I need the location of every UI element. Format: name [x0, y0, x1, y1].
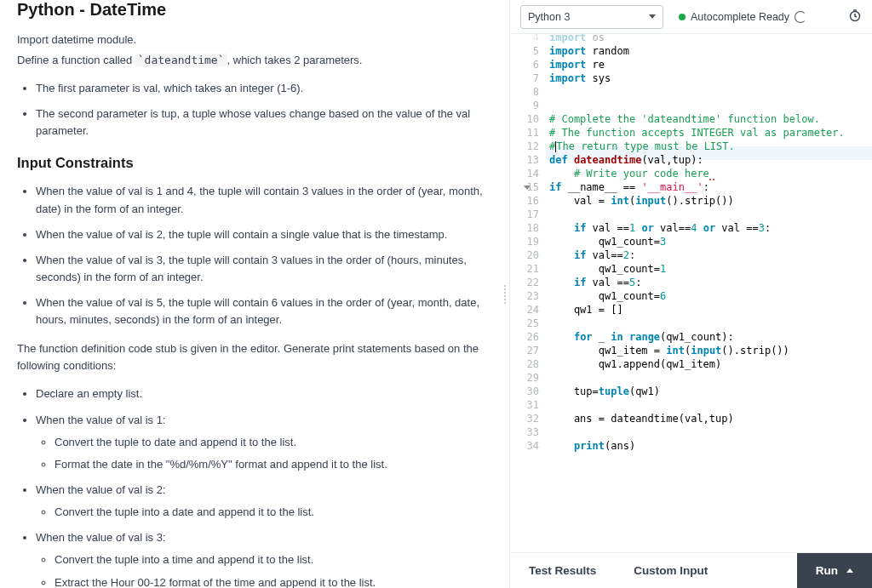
tab-test-results[interactable]: Test Results [510, 553, 615, 588]
code-line[interactable]: import random [549, 44, 872, 58]
code-line[interactable]: #The return type must be LIST. [549, 140, 872, 153]
autocomplete-status[interactable]: Autocomplete Ready [679, 11, 806, 23]
text: When the value of val is 3: [36, 531, 165, 544]
code-line[interactable]: # Write your code here [549, 167, 872, 180]
conditions-list: Declare an empty list. When the value of… [17, 385, 492, 588]
code-line[interactable]: qw1 = [] [549, 303, 872, 317]
code-line[interactable]: import os [549, 34, 872, 44]
code-line[interactable] [549, 208, 872, 221]
code-line[interactable]: if val ==1 or val==4 or val ==3: [549, 221, 872, 235]
line-number: 12 [510, 140, 539, 153]
code-line[interactable] [549, 371, 872, 385]
line-number: 18 [510, 221, 539, 235]
list-item: When the value of val is 2, the tuple wi… [36, 226, 492, 243]
code-line[interactable]: # The function accepts INTEGER val as pa… [549, 126, 872, 140]
triangle-up-icon [846, 568, 853, 573]
constraints-list: When the value of val is 1 and 4, the tu… [17, 183, 492, 328]
list-item: Convert the tuple into a date and append… [54, 504, 492, 521]
list-item: When the value of val is 1 and 4, the tu… [36, 183, 492, 217]
code-line[interactable]: ans = dateandtime(val,tup) [549, 412, 872, 425]
autocomplete-label: Autocomplete Ready [691, 11, 789, 23]
code-line[interactable] [549, 317, 872, 330]
line-number: 15 [510, 180, 539, 194]
text: , which takes 2 parameters. [227, 54, 363, 66]
list-item: Declare an empty list. [36, 385, 492, 402]
line-number: 19 [510, 235, 539, 248]
line-number: 10 [510, 112, 539, 126]
code-line[interactable] [549, 398, 872, 412]
refresh-icon [795, 11, 806, 23]
list-item: When the value of val is 5, the tuple wi… [36, 294, 492, 328]
code-line[interactable]: qw1_count=6 [549, 289, 872, 303]
parameters-list: The first parameter is val, which takes … [17, 80, 492, 140]
code-content[interactable]: import osimport randomimport reimport sy… [546, 34, 872, 552]
intro-line-1: Import datetime module. [17, 31, 492, 49]
code-line[interactable]: print(ans) [549, 439, 872, 453]
list-item: When the value of val is 3: Convert the … [36, 529, 492, 588]
line-number: 21 [510, 262, 539, 276]
pane-resize-handle[interactable] [501, 0, 509, 588]
code-line[interactable]: import sys [549, 71, 872, 85]
code-line[interactable] [549, 99, 872, 112]
inline-code: `dateandtime` [135, 54, 227, 66]
code-line[interactable]: if __name__ == '__main__': [549, 180, 872, 194]
line-number: 9 [510, 99, 539, 112]
timer-icon[interactable] [848, 9, 862, 25]
list-item: Convert the tuple into a time and append… [54, 551, 492, 568]
line-number: 24 [510, 303, 539, 317]
line-number: 31 [510, 398, 539, 412]
text: When the value of val is 1: [36, 414, 165, 426]
list-item: Format the date in the "%d/%m/%Y" format… [54, 456, 492, 473]
line-number: 26 [510, 330, 539, 344]
code-line[interactable]: if val==2: [549, 248, 872, 262]
editor-topbar: Python 3 Autocomplete Ready [510, 0, 872, 34]
list-item: Extract the Hour 00-12 format of the tim… [54, 574, 492, 588]
list-item: When the value of val is 1: Convert the … [36, 412, 492, 473]
editor-panel: Python 3 Autocomplete Ready 456789101112… [509, 0, 872, 588]
code-line[interactable]: tup=tuple(qw1) [549, 385, 872, 398]
code-line[interactable]: qw1_count=1 [549, 262, 872, 276]
language-select[interactable]: Python 3 [520, 5, 663, 29]
run-button[interactable]: Run [797, 553, 872, 588]
line-number: 23 [510, 289, 539, 303]
chevron-down-icon [649, 14, 656, 19]
line-number: 29 [510, 371, 539, 385]
code-line[interactable]: qw1.append(qw1_item) [549, 357, 872, 371]
line-number: 5 [510, 44, 539, 58]
line-number: 32 [510, 412, 539, 425]
code-line[interactable]: import re [549, 58, 872, 71]
line-number: 33 [510, 425, 539, 439]
code-line[interactable]: # Complete the 'dateandtime' function be… [549, 112, 872, 126]
list-item: The second parameter is tup, a tuple who… [36, 106, 492, 140]
code-line[interactable]: def dateandtime(val,tup): [549, 153, 872, 167]
tab-custom-input[interactable]: Custom Input [615, 553, 726, 588]
line-number: 6 [510, 58, 539, 71]
code-line[interactable]: val = int(input().strip()) [549, 194, 872, 208]
line-number: 4 [510, 34, 539, 44]
list-item: Convert the tuple to date and append it … [54, 434, 492, 451]
line-number: 14 [510, 167, 539, 180]
line-number: 30 [510, 385, 539, 398]
code-line[interactable]: qw1_count=3 [549, 235, 872, 248]
code-line[interactable]: if val ==5: [549, 276, 872, 289]
line-number: 8 [510, 85, 539, 99]
line-number: 22 [510, 276, 539, 289]
list-item: When the value of val is 3, the tuple wi… [36, 252, 492, 286]
code-editor[interactable]: 4567891011121314151617181920212223242526… [510, 34, 872, 552]
line-number: 20 [510, 248, 539, 262]
list-item: The first parameter is val, which takes … [36, 80, 492, 97]
run-label: Run [816, 564, 838, 577]
line-number: 16 [510, 194, 539, 208]
language-label: Python 3 [528, 11, 570, 23]
problem-title: Python - DateTime [17, 0, 492, 20]
code-line[interactable]: qw1_item = int(input().strip()) [549, 344, 872, 357]
code-line[interactable]: for _ in range(qw1_count): [549, 330, 872, 344]
line-number: 11 [510, 126, 539, 140]
code-line[interactable] [549, 85, 872, 99]
stub-text: The function definition code stub is giv… [17, 340, 492, 374]
code-line[interactable] [549, 425, 872, 439]
text: When the value of val is 2: [36, 483, 165, 496]
line-number: 17 [510, 208, 539, 221]
sublist: Convert the tuple into a date and append… [36, 504, 492, 521]
line-number: 25 [510, 317, 539, 330]
